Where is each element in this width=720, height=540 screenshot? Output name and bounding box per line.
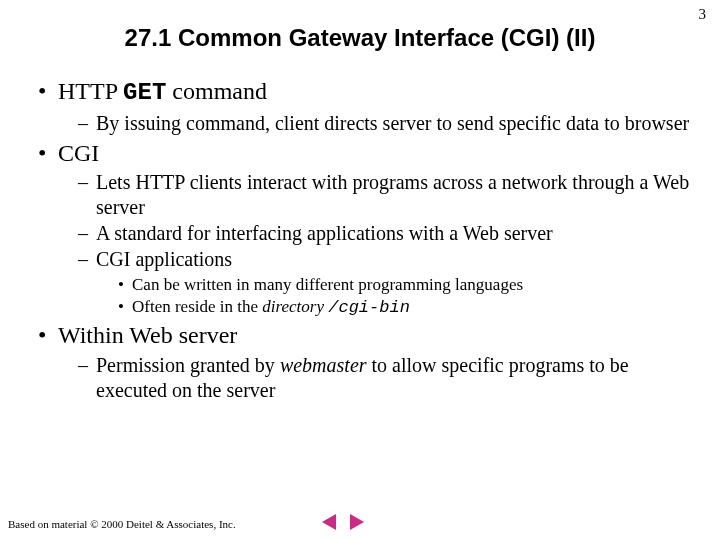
text: HTTP: [58, 78, 123, 104]
sub-bullet: Permission granted by webmaster to allow…: [78, 353, 694, 403]
text: Often reside in the: [132, 297, 262, 316]
text: Within Web server: [58, 322, 237, 348]
sub-bullet: Lets HTTP clients interact with programs…: [78, 170, 694, 220]
text: command: [166, 78, 267, 104]
text: Permission granted by: [96, 354, 280, 376]
next-slide-button[interactable]: [346, 514, 366, 530]
sub-bullet: A standard for interfacing applications …: [78, 221, 694, 246]
slide-title: 27.1 Common Gateway Interface (CGI) (II): [0, 24, 720, 52]
bullet-cgi: CGI Lets HTTP clients interact with prog…: [38, 138, 694, 318]
italic-text: webmaster: [280, 354, 367, 376]
sub-sub-bullet: Often reside in the directory /cgi-bin: [118, 296, 694, 318]
text: CGI: [58, 140, 99, 166]
footer-copyright: Based on material © 2000 Deitel & Associ…: [8, 518, 236, 530]
sub-bullet: By issuing command, client directs serve…: [78, 111, 694, 136]
prev-slide-button[interactable]: [320, 514, 340, 530]
slide-content: HTTP GET command By issuing command, cli…: [0, 76, 720, 403]
bullet-http-get: HTTP GET command By issuing command, cli…: [38, 76, 694, 136]
nav-arrows: [320, 514, 366, 530]
sub-sub-bullet: Can be written in many different program…: [118, 274, 694, 295]
page-number: 3: [699, 6, 707, 23]
bullet-within-web-server: Within Web server Permission granted by …: [38, 320, 694, 403]
text: CGI applications: [96, 248, 232, 270]
mono-italic-text: /cgi-bin: [328, 298, 410, 317]
italic-text: directory: [262, 297, 328, 316]
mono-text: GET: [123, 79, 166, 106]
sub-bullet: CGI applications Can be written in many …: [78, 247, 694, 318]
